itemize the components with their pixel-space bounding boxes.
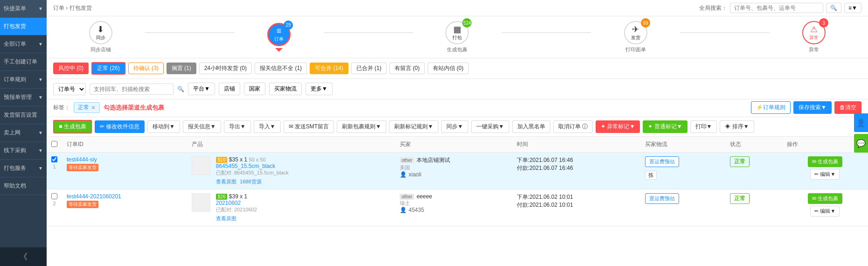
row-checkbox-1[interactable] bbox=[51, 193, 57, 199]
product-cell-0: $10 $35 x 1 50 x 50 8645455_15.5cm_black… bbox=[187, 153, 395, 189]
abnormal-mark-btn[interactable]: ✦ 异常标记▼ bbox=[596, 120, 640, 133]
sidebar-item-rules[interactable]: 订单规则 ▼ bbox=[0, 71, 47, 89]
step-pack[interactable]: 524 ▦ 打包 生成包裹 bbox=[413, 21, 502, 53]
sidebar-item-sellonline[interactable]: 卖上网 ▼ bbox=[0, 124, 47, 142]
import-btn[interactable]: 导入▼ bbox=[254, 120, 281, 133]
edit-order-btn-1[interactable]: ✏ 编辑▼ bbox=[810, 206, 840, 217]
tab-normal[interactable]: 正常 (26) bbox=[91, 62, 125, 75]
abnormal-badge: 3 bbox=[819, 18, 828, 28]
gen-package-btn-0[interactable]: ✉ 生成包裹 bbox=[808, 156, 842, 167]
logistics-estimate-btn-0[interactable]: 置运费预估 bbox=[645, 156, 679, 167]
print-btn[interactable]: 打印▼ bbox=[690, 120, 717, 133]
tab-risk[interactable]: 风控中 (0) bbox=[53, 63, 89, 74]
export-btn[interactable]: 导出▼ bbox=[224, 120, 251, 133]
blacklist-btn[interactable]: 加入黑名单 bbox=[512, 120, 550, 133]
platform-filter[interactable]: 平台▼ bbox=[188, 83, 215, 95]
tab-mergeok[interactable]: 可合并 (14) bbox=[310, 63, 348, 74]
sidebar-item-quickmenu[interactable]: 快捷菜单 ▼ bbox=[0, 0, 47, 18]
tab-report[interactable]: 报关信息不全 (1) bbox=[255, 63, 307, 74]
buyer-username-1: 45435 bbox=[409, 207, 424, 213]
step-circle-abnormal[interactable]: 3 ⚠ 异常 bbox=[802, 21, 826, 44]
sidebar-item-label: 手工创建订单 bbox=[4, 58, 37, 66]
product-name-1[interactable]: 20210602 bbox=[216, 200, 257, 206]
tag-close-icon[interactable]: ✕ bbox=[91, 105, 96, 111]
sort-btn[interactable]: ◈ 排序▼ bbox=[720, 120, 754, 133]
global-search-button[interactable]: 🔍 bbox=[826, 3, 841, 13]
search-input[interactable] bbox=[90, 84, 174, 95]
step-ship-sublabel: 打印面单 bbox=[625, 46, 646, 53]
generate-package-btn[interactable]: ■ 生成包裹 bbox=[53, 120, 92, 133]
chevron-down-icon: ▼ bbox=[38, 130, 43, 135]
more-filter[interactable]: 更多▼ bbox=[306, 83, 333, 95]
clear-btn[interactable]: 🗑清空 bbox=[834, 101, 861, 114]
tab-pending[interactable]: 待确认 (3) bbox=[128, 63, 164, 74]
sidebar-collapse-btn[interactable]: 《 bbox=[0, 247, 47, 266]
logistics-filter[interactable]: 买家物流 bbox=[269, 83, 302, 95]
view-original-link-1[interactable]: 查看原图 bbox=[216, 216, 236, 221]
order-rule-btn[interactable]: ⚡订单规则 bbox=[751, 101, 791, 114]
edit-order-btn-0[interactable]: ✏ 编辑▼ bbox=[810, 169, 840, 180]
step-circle-orders[interactable]: 29 ≡ 订单 bbox=[267, 23, 291, 46]
step-orders[interactable]: 29 ≡ 订单 bbox=[234, 23, 323, 52]
move-to-btn[interactable]: 移动到▼ bbox=[147, 120, 180, 133]
sidebar-item-label: 卖上网 bbox=[4, 129, 21, 137]
search-icon[interactable]: 🔍 bbox=[177, 86, 184, 92]
tab-wait24[interactable]: 24小时待发货 (0) bbox=[199, 63, 252, 74]
step-ship[interactable]: 99 ✈ 发货 打印面单 bbox=[591, 21, 680, 53]
sidebar-item-create[interactable]: 手工创建订单 bbox=[0, 53, 47, 71]
global-search-input[interactable] bbox=[730, 3, 823, 13]
time-cell-0: 下单:2021.06.07 16:46 付款:2021.06.07 16:46 bbox=[512, 153, 641, 189]
normal-mark-btn[interactable]: ✦ 普通标记▼ bbox=[643, 120, 687, 133]
edit-receiver-btn[interactable]: ✏ 修改收件信息 bbox=[95, 120, 145, 133]
tab-shelved[interactable]: 搁置 (1) bbox=[167, 63, 196, 74]
refresh-pkg-rule-btn[interactable]: 刷新包裹规则▼ bbox=[337, 120, 386, 133]
sync-btn[interactable]: 同步▼ bbox=[441, 120, 468, 133]
tab-innermail[interactable]: 有站内信 (0) bbox=[428, 63, 469, 74]
product-name-0[interactable]: 8645455_15.5cm_black bbox=[216, 163, 289, 169]
view-original-link-0[interactable]: 查看原图 bbox=[216, 179, 236, 184]
step-circle-sync[interactable]: ⬇ 同步 bbox=[89, 21, 112, 44]
one-click-buy-btn[interactable]: 一键采购▼ bbox=[471, 120, 509, 133]
order-time-0: 下单:2021.06.07 16:46 bbox=[517, 156, 636, 164]
tab-message[interactable]: 有留言 (0) bbox=[389, 63, 425, 74]
step-line-2 bbox=[324, 32, 413, 33]
order-type-select[interactable]: 订单号 bbox=[53, 83, 86, 95]
save-search-btn[interactable]: 保存搜索▼ bbox=[793, 101, 832, 114]
supplier-link-0[interactable]: 1688货源 bbox=[240, 179, 261, 184]
product-matched-1: 已配对: 20210602 bbox=[216, 206, 257, 213]
chevron-down-icon: ▼ bbox=[38, 166, 43, 171]
tab-merged[interactable]: 已合并 (1) bbox=[351, 63, 387, 74]
sidebar-item-purchase[interactable]: 线下采购 ▼ bbox=[0, 142, 47, 160]
order-id-1[interactable]: test4444-2021060201 bbox=[67, 193, 182, 200]
breadcrumb: 订单 › 打包发货 bbox=[53, 4, 92, 12]
float-user-btn[interactable]: 👤 bbox=[854, 113, 868, 132]
step-circle-pack[interactable]: 524 ▦ 打包 bbox=[445, 21, 469, 44]
step-abnormal[interactable]: 3 ⚠ 异常 异常 bbox=[770, 21, 859, 53]
country-filter[interactable]: 国家 bbox=[244, 83, 265, 95]
global-menu-button[interactable]: ≡▼ bbox=[844, 3, 861, 13]
row-checkbox-0[interactable] bbox=[51, 156, 57, 162]
sidebar-item-allorders[interactable]: 全部订单 ▼ bbox=[0, 35, 47, 53]
sidebar-item-message[interactable]: 发货留言设置 bbox=[0, 106, 47, 124]
tags-right: ⚡订单规则 保存搜索▼ 🗑清空 bbox=[751, 101, 861, 114]
sidebar-item-pack[interactable]: 打包发货 bbox=[0, 18, 47, 35]
shop-filter[interactable]: 店铺 bbox=[219, 83, 240, 95]
logistics-estimate-btn-1[interactable]: 置运费预估 bbox=[645, 193, 679, 204]
cancel-order-btn[interactable]: 取消订单 ⓘ bbox=[553, 120, 593, 133]
step-arrow-down bbox=[275, 48, 283, 52]
sidebar-item-service[interactable]: 打包服务 ▼ bbox=[0, 160, 47, 177]
select-all-checkbox[interactable] bbox=[51, 141, 57, 147]
sidebar-item-help[interactable]: 帮助文档 bbox=[0, 177, 47, 195]
order-id-0[interactable]: test4444-siy bbox=[67, 156, 182, 163]
refresh-mark-rule-btn[interactable]: 刷新标记规则▼ bbox=[389, 120, 438, 133]
float-chat-btn[interactable]: 💬 bbox=[854, 134, 868, 153]
sidebar-item-preorder[interactable]: 预报单管理 ▼ bbox=[0, 89, 47, 106]
gen-package-btn-1[interactable]: ✉ 生成包裹 bbox=[808, 193, 842, 204]
send-smt-btn[interactable]: ✉ 发送SMT留言 bbox=[284, 120, 334, 133]
step-sync[interactable]: ⬇ 同步 同步店铺 bbox=[56, 21, 145, 53]
customs-info-btn[interactable]: 报关信息▼ bbox=[183, 120, 221, 133]
pack-badge: 524 bbox=[462, 18, 472, 28]
product-info-0: $10 $35 x 1 50 x 50 8645455_15.5cm_black… bbox=[216, 156, 289, 185]
step-circle-ship[interactable]: 99 ✈ 发货 bbox=[624, 21, 647, 44]
logistics-extra-0: 拣 bbox=[645, 171, 657, 180]
